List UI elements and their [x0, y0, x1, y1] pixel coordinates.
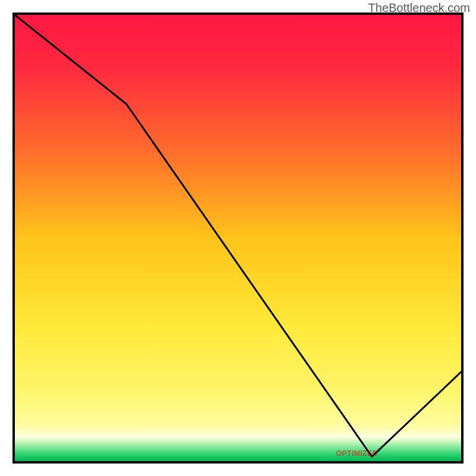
chart-curve — [15, 15, 461, 461]
watermark-optimal: OPTIMIZED — [336, 449, 378, 458]
chart-plot-area: OPTIMIZED — [15, 15, 461, 461]
chart-frame: OPTIMIZED — [12, 12, 464, 464]
watermark-site: TheBottleneck.com — [368, 1, 470, 15]
